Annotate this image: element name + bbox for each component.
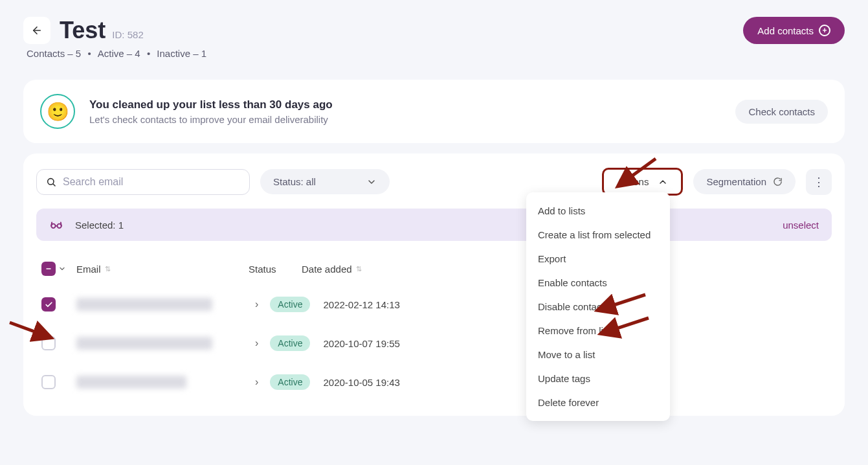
- action-create-list[interactable]: Create a list from selected: [526, 223, 670, 247]
- status-select-label: Status: all: [273, 176, 316, 187]
- toolbar: Status: all Actions Segmentation ⋮: [36, 168, 832, 196]
- minus-icon: [45, 265, 52, 273]
- search-field[interactable]: [36, 169, 250, 195]
- arrow-left-icon: [31, 25, 43, 36]
- stats-inactive: Inactive – 1: [157, 48, 206, 59]
- action-export[interactable]: Export: [526, 247, 670, 271]
- status-badge: Active: [270, 297, 310, 312]
- more-button[interactable]: ⋮: [806, 169, 832, 195]
- back-button[interactable]: [23, 17, 50, 44]
- actions-label: Actions: [617, 176, 649, 187]
- segmentation-label: Segmentation: [706, 176, 766, 187]
- action-add-to-lists[interactable]: Add to lists: [526, 199, 670, 223]
- email-text: [76, 298, 212, 311]
- banner-title: You cleaned up your list less than 30 da…: [89, 98, 333, 111]
- chevron-up-icon: [658, 177, 668, 187]
- row-checkbox[interactable]: [41, 375, 56, 389]
- unselect-link[interactable]: unselect: [783, 220, 819, 231]
- action-enable-contacts[interactable]: Enable contacts: [526, 271, 670, 295]
- table-header: Email ⇅ Status Date added ⇅: [36, 253, 832, 285]
- header: Test ID: 582 Add contacts +: [23, 17, 845, 44]
- add-contacts-label: Add contacts: [757, 25, 814, 36]
- selection-count: Selected: 1: [75, 220, 124, 231]
- action-update-tags[interactable]: Update tags: [526, 367, 670, 391]
- actions-button[interactable]: Actions: [602, 168, 683, 196]
- column-date[interactable]: Date added ⇅: [302, 264, 431, 275]
- chevron-down-icon[interactable]: [58, 265, 66, 273]
- actions-dropdown: Add to lists Create a list from selected…: [526, 192, 670, 421]
- date-added: 2020-10-05 19:43: [323, 377, 399, 388]
- action-remove-from-lists[interactable]: Remove from lists: [526, 319, 670, 343]
- search-input[interactable]: [63, 176, 240, 188]
- chevron-right-icon[interactable]: ›: [255, 376, 258, 388]
- column-email[interactable]: Email ⇅: [76, 264, 249, 275]
- content-card: Status: all Actions Segmentation ⋮ Selec…: [23, 153, 845, 416]
- glasses-icon: [49, 218, 63, 232]
- dots-vertical-icon: ⋮: [813, 175, 825, 189]
- refresh-icon: [773, 177, 783, 187]
- action-disable-contacts[interactable]: Disable contacts: [526, 295, 670, 319]
- status-select[interactable]: Status: all: [260, 169, 390, 194]
- row-checkbox[interactable]: [41, 336, 56, 350]
- svg-line-2: [53, 184, 55, 186]
- date-added: 2020-10-07 19:55: [323, 338, 399, 349]
- chevron-right-icon[interactable]: ›: [255, 299, 258, 310]
- banner-subtitle: Let's check contacts to improve your ema…: [89, 114, 333, 125]
- stats-contacts: Contacts – 5: [27, 48, 81, 59]
- status-badge: Active: [270, 374, 310, 390]
- date-added: 2022-02-12 14:13: [323, 299, 399, 310]
- chevron-right-icon[interactable]: ›: [255, 337, 258, 349]
- add-contacts-button[interactable]: Add contacts +: [743, 17, 845, 44]
- table-row[interactable]: › Active 2020-10-07 19:55: [36, 324, 832, 363]
- row-checkbox[interactable]: [41, 297, 56, 312]
- status-badge: Active: [270, 335, 310, 351]
- table-row[interactable]: › Active 2020-10-05 19:43: [36, 363, 832, 402]
- sort-icon: ⇅: [105, 265, 111, 273]
- selection-bar: Selected: 1 unselect: [36, 209, 832, 241]
- cleanup-banner: 🙂 You cleaned up your list less than 30 …: [23, 80, 845, 143]
- action-move-to-list[interactable]: Move to a list: [526, 343, 670, 367]
- column-status[interactable]: Status: [249, 264, 302, 275]
- stats-active: Active – 4: [98, 48, 140, 59]
- sort-icon: ⇅: [356, 265, 362, 273]
- plus-icon: +: [819, 25, 830, 36]
- email-text: [76, 376, 186, 389]
- page-title: Test: [60, 17, 106, 44]
- check-contacts-button[interactable]: Check contacts: [735, 100, 828, 124]
- check-icon: [45, 301, 53, 309]
- stats-row: Contacts – 5 • Active – 4 • Inactive – 1: [25, 48, 845, 59]
- page-id: ID: 582: [112, 29, 143, 40]
- email-text: [76, 337, 212, 350]
- select-all-checkbox[interactable]: [41, 262, 56, 276]
- smiley-icon: 🙂: [40, 94, 75, 129]
- search-icon: [46, 177, 56, 187]
- table-row[interactable]: › Active 2022-02-12 14:13: [36, 285, 832, 324]
- chevron-down-icon: [366, 177, 377, 187]
- action-delete-forever[interactable]: Delete forever: [526, 391, 670, 414]
- segmentation-button[interactable]: Segmentation: [693, 169, 796, 194]
